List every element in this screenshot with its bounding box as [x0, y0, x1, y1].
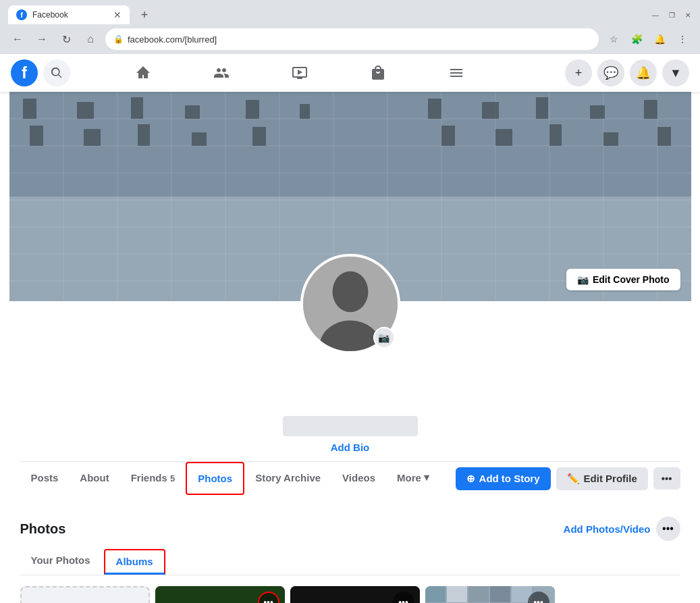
photos-section-title: Photos: [20, 521, 66, 537]
more-label: More: [397, 472, 421, 483]
profile-name: [283, 416, 418, 436]
close-window-button[interactable]: ✕: [684, 11, 692, 19]
fb-header: f: [0, 54, 700, 92]
svg-rect-29: [482, 102, 499, 119]
pencil-icon: ✏️: [567, 473, 580, 485]
create-album-button[interactable]: +: [20, 586, 150, 603]
add-bio-button[interactable]: Add Bio: [331, 442, 370, 453]
fb-nav-center: [105, 57, 494, 89]
profile-tabs: Posts About Friends 5 Photos Story Archi…: [9, 462, 691, 495]
notifications-button[interactable]: 🔔: [630, 59, 657, 86]
svg-rect-35: [138, 124, 150, 146]
minimize-button[interactable]: —: [651, 11, 659, 19]
nav-marketplace[interactable]: [340, 57, 416, 89]
notification-icon[interactable]: 🔔: [650, 30, 669, 49]
forward-button[interactable]: →: [32, 30, 51, 49]
svg-rect-37: [252, 127, 266, 146]
tab-albums[interactable]: Albums: [104, 549, 165, 575]
album-dark-thumb: •••: [290, 586, 420, 603]
album-dark: •••: [290, 586, 420, 603]
profile-tab-actions: ⊕ Add to Story ✏️ Edit Profile •••: [456, 467, 680, 490]
browser-titlebar: Facebook ✕ + — ❐ ✕: [0, 0, 700, 24]
tab-title: Facebook: [32, 10, 108, 20]
tab-photos[interactable]: Photos: [186, 462, 244, 495]
search-button[interactable]: [43, 59, 70, 86]
nav-friends[interactable]: [184, 57, 259, 89]
edit-cover-photo-button[interactable]: 📷 Edit Cover Photo: [566, 269, 680, 290]
avatar-camera-button[interactable]: 📷: [373, 327, 395, 348]
edit-cover-label: Edit Cover Photo: [593, 274, 670, 285]
svg-rect-25: [185, 105, 200, 119]
extensions-button[interactable]: 🧩: [627, 30, 646, 49]
svg-rect-61: [468, 586, 489, 602]
svg-rect-28: [428, 99, 441, 119]
svg-rect-24: [131, 97, 143, 119]
svg-rect-39: [495, 129, 512, 146]
album-colorful-thumb: •••: [425, 586, 555, 603]
nav-watch[interactable]: [262, 57, 338, 89]
favicon-icon: [16, 9, 27, 20]
svg-rect-31: [590, 105, 605, 119]
tab-friends[interactable]: Friends 5: [120, 463, 186, 495]
nav-home[interactable]: [105, 57, 181, 89]
tab-story-archive[interactable]: Story Archive: [244, 463, 331, 495]
photos-header: Photos Add Photos/Video •••: [20, 517, 680, 541]
svg-rect-40: [549, 124, 562, 146]
tab-your-photos[interactable]: Your Photos: [20, 549, 101, 575]
edit-profile-label: Edit Profile: [584, 473, 637, 484]
add-photos-button[interactable]: Add Photos/Video: [564, 523, 651, 535]
tab-posts[interactable]: Posts: [20, 463, 70, 495]
add-to-story-button[interactable]: ⊕ Add to Story: [456, 467, 551, 490]
albums-grid: + Create Album: [20, 586, 680, 603]
svg-rect-34: [84, 129, 101, 146]
tab-close-button[interactable]: ✕: [113, 9, 122, 20]
svg-rect-59: [425, 586, 446, 602]
svg-rect-27: [300, 104, 310, 119]
svg-rect-36: [192, 132, 207, 146]
chevron-down-icon: ▾: [424, 471, 429, 483]
maximize-button[interactable]: ❐: [668, 11, 676, 19]
new-tab-button[interactable]: +: [135, 5, 154, 24]
profile-info: Add Bio: [9, 355, 691, 461]
home-button[interactable]: ⌂: [81, 30, 100, 49]
edit-profile-button[interactable]: ✏️ Edit Profile: [556, 467, 648, 490]
reload-button[interactable]: ↻: [57, 30, 76, 49]
svg-rect-30: [536, 97, 548, 119]
svg-point-44: [332, 271, 368, 313]
svg-rect-22: [23, 99, 36, 119]
svg-rect-32: [644, 100, 657, 119]
svg-rect-62: [490, 586, 510, 602]
star-button[interactable]: ☆: [604, 30, 623, 49]
svg-rect-42: [657, 127, 671, 146]
profile-avatar-wrapper: 📷: [300, 254, 400, 356]
browser-menu-button[interactable]: ⋮: [673, 30, 692, 49]
address-text: facebook.com/[blurred]: [128, 34, 217, 45]
add-story-label: Add to Story: [479, 473, 540, 484]
more-options-button[interactable]: •••: [653, 467, 680, 490]
create-album-item: + Create Album: [20, 586, 150, 603]
photos-menu-button[interactable]: •••: [656, 517, 680, 541]
svg-rect-1: [9, 92, 691, 196]
photo-tabs: Your Photos Albums: [20, 549, 680, 575]
plus-circle-icon: ⊕: [466, 473, 475, 485]
messenger-button[interactable]: 💬: [597, 59, 624, 86]
fb-logo[interactable]: f: [11, 59, 38, 86]
photos-header-right: Add Photos/Video •••: [564, 517, 680, 541]
address-bar[interactable]: 🔒 facebook.com/[blurred]: [105, 28, 599, 50]
account-button[interactable]: ▼: [662, 59, 689, 86]
tab-videos[interactable]: Videos: [331, 463, 386, 495]
nav-menu[interactable]: [419, 57, 494, 89]
svg-rect-41: [603, 132, 618, 146]
facebook-app: f: [0, 54, 700, 603]
browser-toolbar: ← → ↻ ⌂ 🔒 facebook.com/[blurred] ☆ 🧩 🔔 ⋮: [0, 24, 700, 54]
tab-about[interactable]: About: [69, 463, 119, 495]
window-controls: — ❐ ✕: [651, 11, 692, 19]
create-button[interactable]: +: [565, 59, 592, 86]
tab-more[interactable]: More ▾: [386, 462, 440, 495]
album-colorful: •••: [425, 586, 555, 603]
svg-rect-26: [246, 100, 259, 119]
browser-tab[interactable]: Facebook ✕: [8, 5, 130, 24]
back-button[interactable]: ←: [8, 30, 27, 49]
camera-icon: 📷: [577, 274, 589, 285]
toolbar-right: ☆ 🧩 🔔 ⋮: [604, 30, 692, 49]
